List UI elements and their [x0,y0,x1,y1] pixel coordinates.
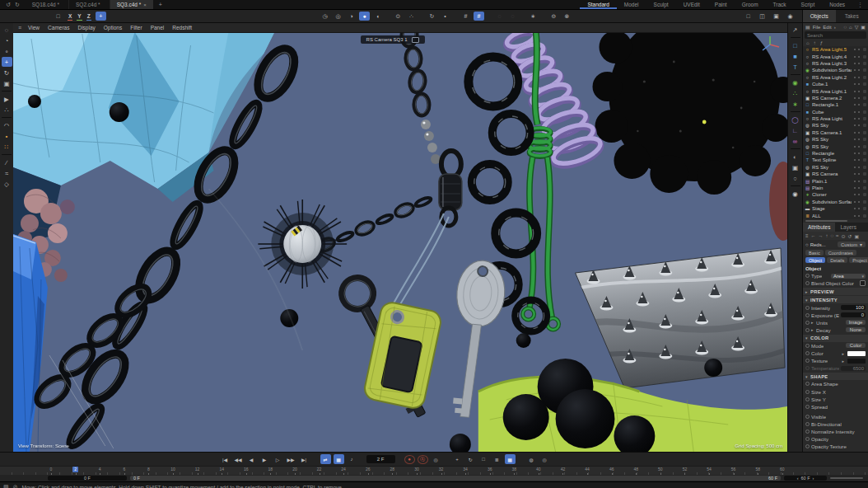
sculpt-tool-icon[interactable]: ≈ [2,168,12,178]
attribute-value[interactable] [847,351,866,356]
am-up-icon[interactable]: ↑ [826,233,828,238]
overflow-menu-icon[interactable]: ⋮ [852,2,868,8]
divider[interactable] [791,37,800,38]
object-row[interactable]: ▤ Plain.1 [803,177,868,184]
disabled-tool-icon-2[interactable]: ◌ [507,12,518,21]
render-dot[interactable] [858,132,860,134]
rotate-tool-icon[interactable]: ↻ [2,68,12,77]
deformer-icon[interactable]: ∟ [790,125,800,135]
keyframe-dot-icon[interactable] [805,405,810,409]
attribute-value[interactable]: Image [846,320,866,325]
attribute-row[interactable]: ▾ COLOR [803,335,868,342]
viewport-menu-item[interactable]: Cameras [44,25,73,30]
layout-tab[interactable]: Paint [707,0,735,9]
layout-tab[interactable]: Track [766,0,794,9]
render-dot[interactable] [858,194,860,195]
attribute-row[interactable]: Texture ▸ [803,357,868,364]
path-up-icon[interactable]: ↑ [814,40,816,45]
visibility-dot[interactable] [854,118,856,120]
render-dot[interactable] [858,146,860,148]
layout-tab[interactable]: Nodes [822,0,852,9]
object-row[interactable]: ■ Cube.1 [803,81,868,87]
viewport-menu-icon[interactable]: ≡ [16,25,24,30]
attribute-row[interactable]: ▾ SHAPE [803,373,868,380]
layout-tab[interactable]: Script [794,0,823,9]
enable-checkbox[interactable] [863,48,866,51]
render-dot[interactable] [858,173,860,175]
object-row[interactable]: ◍ RS Sky [803,164,868,171]
om-menu-item[interactable]: Edit [823,25,831,30]
visibility-dot[interactable] [854,201,856,203]
am-expand-icon[interactable]: ▣ [854,233,859,239]
attribute-row[interactable]: ▸ Units Image [803,319,868,326]
visibility-dot[interactable] [854,167,856,168]
render-dot[interactable] [858,97,860,99]
expand-chevron-icon[interactable]: ▾ [805,298,809,303]
render-dot[interactable] [858,111,860,113]
status-mode-icon[interactable]: ⊘ [13,484,18,488]
enable-checkbox[interactable] [863,90,866,93]
previous-frame-button[interactable]: ◀ [246,454,257,464]
attribute-row[interactable]: Spread [803,403,868,411]
om-search-icon[interactable]: ◌ [844,25,847,30]
visibility-dot[interactable] [854,111,856,113]
object-row[interactable]: ■ Cube [803,109,868,115]
enable-checkbox[interactable] [863,110,866,114]
decrement-arrow-icon[interactable]: ‹ [797,476,799,481]
enable-checkbox[interactable] [863,207,866,210]
show-keys-toggle[interactable]: ▦ [334,454,344,464]
object-row[interactable]: □ Rectangle [803,150,868,157]
increment-arrow-icon[interactable]: › [813,476,814,481]
enable-checkbox[interactable] [863,62,866,65]
range-start-field[interactable]: 0 F [48,476,127,481]
viewport-menu-item[interactable]: View [24,25,44,30]
visibility-dot[interactable] [854,132,856,134]
viewport-menu-item[interactable]: Display [73,25,99,30]
render-dot[interactable] [858,104,860,106]
object-row[interactable]: ◍ RS Sky [803,143,868,149]
object-row[interactable]: ▣ RS Camera.2 [803,95,868,101]
divider[interactable] [791,111,800,112]
attribute-row[interactable]: Visible [803,413,868,420]
category-chip[interactable]: Project [849,257,868,263]
character-icon[interactable]: ⊙ [393,12,404,21]
am-search-icon[interactable]: ◌ [831,233,834,238]
keyframe-dot-icon[interactable] [805,328,810,332]
go-to-end-button[interactable]: ▶| [299,454,310,464]
object-row[interactable]: ◉ Subdivision Surface [803,199,868,205]
om-filter-icon[interactable]: ▽ [855,24,859,30]
cancel-icon[interactable]: ⊗ [562,12,572,21]
enable-checkbox[interactable] [863,55,866,59]
visibility-dot[interactable] [854,181,856,182]
keyframe-dot-icon[interactable] [805,444,810,448]
render-dot[interactable] [858,208,860,209]
render-dot[interactable] [858,215,860,217]
playback-preview-button[interactable]: ◍ [526,454,537,464]
render-dot[interactable] [858,118,860,120]
am-forward-icon[interactable]: → [819,233,824,238]
mograph-icon[interactable]: ∴ [790,88,800,98]
light-icon[interactable]: ○ [790,173,800,183]
enable-checkbox[interactable] [863,131,866,134]
layout-tab[interactable]: Model [617,0,646,9]
navigate-icon[interactable]: ◷ [320,12,330,21]
material-icon[interactable]: ◉ [790,189,800,199]
attribute-row[interactable]: ▸ Decay None [803,326,868,334]
attribute-row[interactable]: Blend Object Color [803,279,868,287]
object-row[interactable]: ○ RS Area Light.2 [803,74,868,81]
attribute-value[interactable]: 0 [841,312,866,317]
shading-icon[interactable]: ◑ [346,12,357,21]
enable-checkbox[interactable] [863,103,866,106]
attribute-row[interactable]: Opacity [803,435,868,443]
expand-chevron-icon[interactable]: ▾ [805,374,809,379]
object-row[interactable]: T Text Spline [803,157,868,163]
enable-checkbox[interactable] [863,96,866,100]
status-menu-icon[interactable]: ▤ [3,484,9,488]
om-expand-icon[interactable]: ▣ [861,24,866,30]
document-tab[interactable]: SQ18.c4d * [26,0,69,9]
subdivision-surface-icon[interactable]: ◉ [790,77,800,87]
field-icon[interactable]: ◯ [790,115,800,124]
expand-chevron-icon[interactable]: ▸ [805,289,809,294]
am-sync-icon[interactable]: ↺ [847,233,852,239]
quantize-snap-icon[interactable]: # [474,12,484,21]
